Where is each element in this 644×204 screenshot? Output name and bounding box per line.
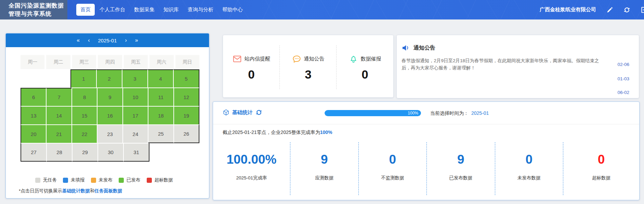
prev-month-button[interactable]: ‹ [88,38,90,43]
speaker-icon [402,44,410,52]
calendar-day-cell[interactable]: 24 [123,125,148,143]
notice-date[interactable]: 06-02 [614,90,629,95]
selected-time-row: 当前选择时间为： 2025-01 [430,110,489,117]
calendar-day-number: 27 [31,149,37,155]
progress-label: 100% [408,111,418,115]
calendar-cell-empty [45,69,70,88]
stats-header: 基础统计 100% 当前选择时间为： 2025-01 [213,102,639,124]
next-year-button[interactable]: » [135,38,138,43]
calendar-day-cell[interactable]: 3 [122,69,148,88]
calendar-day-cell[interactable]: 17 [123,106,148,125]
note-link-task-panel[interactable]: 任务面板数据 [94,188,122,193]
stat-section-messages[interactable]: 站内信提醒 0 [223,54,280,97]
message-stats-card: 站内信提醒 0 通知公告 3 数据催报 0 [223,35,393,97]
next-month-button[interactable]: › [125,38,127,43]
calendar-day-cell[interactable]: 14 [46,106,71,125]
completion-progress-bar: 100% [325,110,421,116]
calendar-day-number: 7 [57,94,60,100]
calendar-day-cell[interactable]: 28 [47,143,72,162]
notice-date[interactable]: 01-03 [614,76,629,81]
calendar-day-number: 20 [31,131,37,137]
calendar-cell-empty [149,143,174,162]
metric-column: 9 应测数据 [290,142,359,195]
refresh-icon[interactable] [623,6,630,13]
notice-item[interactable]: 06-02 [402,85,629,99]
calendar-day-cell[interactable]: 10 [123,88,148,106]
menu-item[interactable]: 数据采集 [130,4,159,16]
menu-item[interactable]: 首页 [76,4,95,16]
calendar-day-number: 30 [108,149,114,155]
stat-label: 站内信提醒 [245,56,270,62]
legend-swatch [63,178,68,183]
calendar-week-row: 20212223242526 [21,125,199,143]
calendar-day-cell[interactable]: 20 [21,125,46,143]
calendar-day-cell[interactable]: 1 [70,69,96,88]
metric-column: 0 超标数据 [563,142,639,195]
calendar-day-cell[interactable]: 6 [21,88,46,106]
legend-label: 未发布 [99,177,113,183]
menu-item[interactable]: 个人工作台 [95,4,129,16]
stat-value: 3 [305,68,311,81]
note-link-basic-stats[interactable]: 基础统计数据 [62,188,90,193]
calendar-day-cell[interactable]: 16 [97,106,122,125]
calendar-day-cell[interactable]: 9 [97,88,122,106]
calendar-day-cell[interactable]: 22 [72,125,97,143]
legend-item: 超标数据 [147,177,173,183]
calendar-day-cell[interactable]: 31 [123,143,149,162]
calendar-day-cell[interactable]: 29 [72,143,98,162]
logout-icon[interactable] [641,6,644,13]
refresh-stats-icon[interactable] [255,109,262,116]
stat-section-notices[interactable]: 通知公告 3 [280,54,337,97]
legend-swatch [119,178,124,183]
metric-value: 0 [525,152,533,167]
calendar-day-cell[interactable]: 13 [21,106,46,125]
menu-item[interactable]: 帮助中心 [218,4,247,16]
weekday-label: 周二 [46,55,70,69]
calendar-day-number: 8 [83,94,86,100]
calendar-day-cell[interactable]: 19 [174,106,199,125]
calendar-day-cell[interactable]: 18 [148,106,173,125]
calendar-card: « ‹ 2025-01 › » 周一周二周三周四周五周六周日 123456789… [5,33,209,199]
calendar-day-number: 6 [32,94,35,100]
calendar-day-cell[interactable]: 27 [21,143,47,162]
notice-date[interactable]: 02-06 [614,62,629,67]
calendar-day-cell[interactable]: 26 [174,125,199,143]
legend-label: 超标数据 [155,177,173,183]
stats-summary: 截止2025-01-21零点，企业2025整体完成率为100% [223,130,639,136]
calendar-header: « ‹ 2025-01 › » [6,33,209,47]
calendar-day-cell[interactable]: 2 [96,69,122,88]
calendar-day-cell[interactable]: 30 [98,143,123,162]
calendar-day-cell[interactable]: 8 [72,88,97,106]
menu-item[interactable]: 知识库 [159,4,183,16]
legend-item: 已发布 [119,177,141,183]
weekday-label: 周一 [21,55,44,69]
calendar-weekday-row: 周一周二周三周四周五周六周日 [21,55,199,69]
calendar-day-cell[interactable]: 25 [148,125,173,143]
calendar-week-row: 2728293031 [21,143,199,162]
metric-value: 9 [321,152,328,167]
calendar-day-cell[interactable]: 21 [46,125,71,143]
calendar-day-cell[interactable]: 11 [148,88,173,106]
metric-column: 100.00% 2025-01完成率 [213,142,290,195]
calendar-day-number: 11 [158,94,164,100]
menu-item[interactable]: 查询与分析 [184,4,218,16]
notice-item[interactable]: 01-03 [402,72,629,85]
notice-header: 通知公告 [402,44,629,52]
calendar-day-cell[interactable]: 12 [174,88,199,106]
calendar-day-number: 2 [108,76,110,82]
notice-item[interactable]: 春节放假通知，2月9日至2月18日为春节假期，在此期间祝大家新年快乐，阖家幸福。… [402,57,629,72]
prev-year-button[interactable]: « [77,38,80,43]
calendar-day-cell[interactable]: 23 [97,125,122,143]
company-name[interactable]: 广西金桂浆纸业有限公司 [540,6,596,13]
calendar-day-cell[interactable]: 15 [72,106,97,125]
calendar-day-cell[interactable]: 4 [148,69,173,88]
stat-section-data-reminders[interactable]: 数据催报 0 [337,54,393,97]
selected-time-value[interactable]: 2025-01 [471,110,489,117]
calendar-day-cell[interactable]: 5 [173,69,199,88]
calendar-day-number: 15 [82,113,88,119]
edit-icon[interactable] [606,6,613,13]
calendar-week-row: 6789101112 [21,88,199,106]
calendar-day-cell[interactable]: 7 [46,88,71,106]
metric-label: 应测数据 [315,175,333,181]
calendar-day-number: 23 [107,131,113,137]
